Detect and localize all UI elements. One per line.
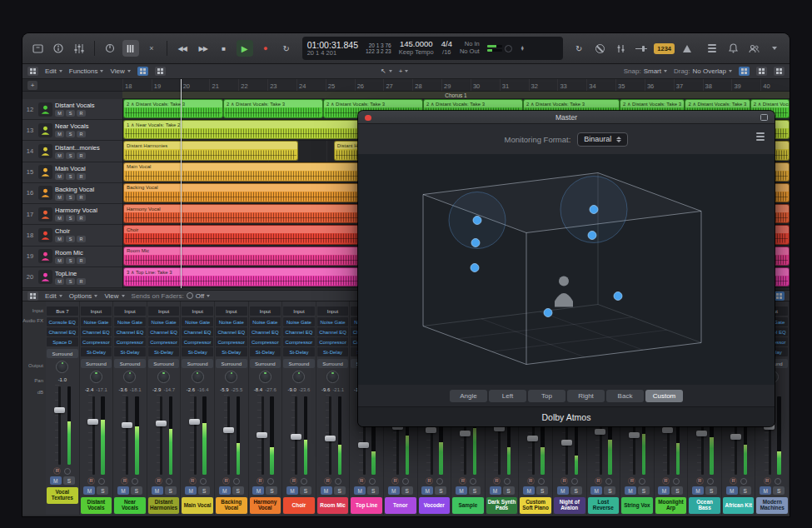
preset-list-icon[interactable] [756,136,765,137]
ruler-number[interactable]: 24 [296,79,326,91]
fx-slot[interactable]: Channel EQ [47,327,78,336]
ruler-number[interactable]: 29 [441,79,471,91]
fx-slot[interactable]: Compressor [114,337,146,346]
atmos-view-top-button[interactable]: Top [528,390,565,402]
input-monitor-button[interactable] [166,478,172,485]
ruler-number[interactable]: 36 [645,79,674,91]
track-s-button[interactable]: S [66,194,75,201]
fx-slot[interactable]: Channel EQ [81,327,112,336]
ruler-number[interactable]: 39 [731,79,760,91]
fader-thumb[interactable] [122,422,132,428]
surround-pan-knob[interactable] [250,369,281,384]
input-monitor-button[interactable] [301,478,307,485]
track-s-button[interactable]: S [66,215,75,222]
mute-button[interactable]: M [354,486,366,495]
surround-pan-knob[interactable] [283,369,315,384]
surround-pan-knob[interactable] [47,359,78,374]
ruler-number[interactable]: 27 [383,79,412,91]
atmos-view-custom-button[interactable]: Custom [645,390,683,402]
mixer-view-icon[interactable] [27,291,38,301]
mute-button[interactable]: M [185,486,197,495]
fx-slot[interactable]: Noise Gate [81,317,112,326]
track-r-button[interactable]: R [77,152,86,159]
mute-button[interactable]: M [152,486,163,495]
strip-name-tag[interactable]: Modern Machines [756,497,788,514]
channel-strip[interactable]: InputNoise GateChannel EQCompressorSt-De… [113,301,147,515]
bar-ruler[interactable]: + 18192021222324252627282930313233343536… [22,79,790,92]
track-header[interactable]: 20TopLineMSR [22,267,122,288]
fx-slot[interactable]: Channel EQ [216,327,247,336]
fx-slot[interactable]: Noise Gate [182,317,213,326]
strip-name-tag[interactable]: Tenor [385,497,416,514]
fader-thumb[interactable] [426,427,436,433]
fx-slot[interactable]: St-Delay [114,347,146,356]
surround-pan-knob[interactable] [81,369,112,384]
track-header[interactable]: 13Near VocalsMSR [22,120,122,141]
record-enable-button[interactable]: R [155,477,162,485]
lcd-mode-stepper[interactable]: ▴▾ [520,46,526,52]
fx-slot[interactable]: Noise Gate [250,317,281,326]
ruler-number[interactable]: 28 [412,79,441,91]
notifications-bell-icon[interactable] [725,40,741,57]
volume-fader[interactable] [216,395,247,476]
fader-thumb[interactable] [257,432,267,438]
audio-region[interactable]: 2 ∧ Distant Vocals: Take 3 [223,99,323,118]
fader-thumb[interactable] [223,427,234,433]
channel-strip[interactable]: InputNoise GateChannel EQCompressorSt-De… [147,301,182,515]
record-enable-button[interactable]: R [324,477,331,485]
strip-name-tag[interactable]: Vocoder [419,497,451,514]
command-tool-menu[interactable]: + [399,67,409,75]
solo-button[interactable]: S [740,486,751,495]
pointer-tool-menu[interactable]: ↖ [381,67,392,75]
volume-fader[interactable] [283,395,315,476]
replace-mode-icon[interactable]: ↻ [570,40,587,57]
strip-name-tag[interactable]: Distant Vocals [81,497,112,514]
solo-button[interactable]: S [266,486,277,495]
fx-slot[interactable]: Channel EQ [283,327,315,336]
ruler-number[interactable]: 38 [703,79,732,91]
ruler-number[interactable]: 35 [615,79,645,91]
mute-button[interactable]: M [286,486,298,495]
input-monitor-button[interactable] [639,478,645,485]
input-slot[interactable]: Input [317,306,349,316]
list-editors-icon[interactable] [704,40,720,57]
stop-button[interactable]: ■ [216,40,232,57]
channel-strip[interactable]: InputNoise GateChannel EQCompressorSt-De… [282,301,316,515]
input-monitor-button[interactable] [267,478,274,485]
channel-strip[interactable]: InputNoise GateChannel EQCompressorSt-De… [80,301,114,515]
input-slot[interactable]: Input [250,306,281,316]
strip-name-tag[interactable]: Harmony Vocal [250,497,281,514]
track-s-button[interactable]: S [66,236,75,242]
audio-object-sphere[interactable] [473,217,481,225]
audio-region[interactable]: Distant Harmonies [123,141,298,160]
drag-menu[interactable]: Drag:No Overlap [674,67,732,75]
record-enable-button[interactable]: R [662,477,670,485]
volume-fader[interactable] [47,385,78,466]
fx-slot[interactable]: Compressor [283,337,315,346]
record-enable-button[interactable]: R [189,477,197,485]
output-slot[interactable]: Surround [81,359,112,368]
mixer-view-menu[interactable]: View [104,292,124,300]
mute-button[interactable]: M [726,486,738,495]
solo-button[interactable]: S [300,486,311,495]
surround-pan-knob[interactable] [182,369,213,384]
volume-fader[interactable] [182,395,213,476]
fx-slot[interactable]: St-Delay [81,347,112,356]
strip-name-tag[interactable]: Sample [452,497,484,514]
arrangement-marker[interactable]: Chorus 1 [122,92,790,99]
audio-region[interactable]: 2 ∧ Distant Vocals: Take 3 [123,99,223,118]
edit-menu[interactable]: Edit [45,67,62,75]
strip-name-tag[interactable]: Backing Vocal [216,497,247,514]
fx-slot[interactable]: Noise Gate [317,317,349,326]
strip-name-tag[interactable]: Top Line [351,497,382,514]
fader-thumb[interactable] [156,421,167,426]
record-enable-button[interactable]: R [560,477,568,485]
fader-thumb[interactable] [189,419,200,425]
solo-button[interactable]: S [536,486,548,495]
input-slot[interactable]: Input [81,306,112,316]
fx-slot[interactable]: St-Delay [148,347,180,356]
track-s-button[interactable]: S [66,152,75,159]
fader-thumb[interactable] [730,434,741,440]
fader-thumb[interactable] [358,442,369,448]
solo-button[interactable]: S [97,486,108,495]
